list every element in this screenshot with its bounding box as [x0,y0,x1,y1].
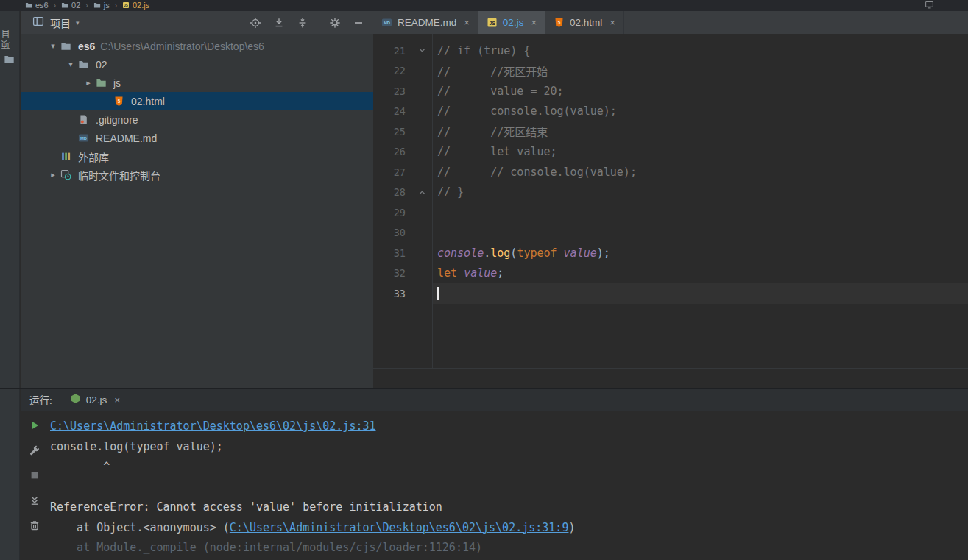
console-text: ^ [50,460,110,473]
fold-end-icon[interactable] [406,188,432,197]
code-token: // value = 20; [437,85,564,98]
code-line-21[interactable]: 21// if (true) { [373,40,968,61]
code-line-30[interactable]: 30 [373,223,968,244]
tree-item-02[interactable]: ▾02 [21,55,373,74]
close-icon[interactable]: × [114,394,120,405]
console-line: ReferenceError: Cannot access 'value' be… [50,497,968,518]
tree-item-label: 02 [96,59,107,71]
chevron-down-icon[interactable]: ▾ [76,19,80,26]
tree-item-label: 02.html [131,96,165,107]
fold-start-icon[interactable] [406,46,432,55]
md-icon: MD [78,132,91,143]
code-line-25[interactable]: 25// //死区结束 [373,121,968,142]
tool-window-stripe: 项目 [0,11,20,560]
tree-item-02-html[interactable]: 502.html [21,92,373,110]
chevron-right-icon[interactable]: ▸ [81,78,96,88]
console-text: at Object.<anonymous> ( [50,521,230,534]
run-label: 运行: [29,392,52,407]
breadcrumb-label: js [104,1,110,10]
code-line-29[interactable]: 29 [373,202,968,223]
tree-item-label: es6 [78,40,95,52]
chevron-down-icon[interactable]: ▾ [63,60,78,69]
console-output[interactable]: C:\Users\Administrator\Desktop\es6\02\js… [50,417,968,560]
code-line-22[interactable]: 22// //死区开始 [373,61,968,82]
run-panel: 运行: 02.js × C:\Users\Administrator\Deskt… [21,389,968,560]
scroll-from-source-icon[interactable] [273,17,285,29]
code-text: // } [432,182,968,203]
code-line-32[interactable]: 32let value; [373,263,968,284]
run-tab[interactable]: 02.js × [70,393,120,406]
collapse-all-icon[interactable] [297,17,308,29]
console-text: ReferenceError: Cannot access 'value' be… [50,500,442,514]
line-number: 26 [373,146,406,157]
code-token: value [564,247,597,260]
editor-tabs: MDREADME.md×JS02.js×502.html× [373,11,968,34]
rerun-icon[interactable] [29,419,40,431]
code-line-26[interactable]: 26// let value; [373,142,968,163]
code-line-23[interactable]: 23// value = 20; [373,81,968,102]
tree-item-gitignore[interactable]: .gitignore [21,110,373,129]
breadcrumb-item-02-js[interactable]: JS02.js [122,1,149,10]
code-text: console.log(typeof value); [432,243,968,263]
project-view-icon [32,15,44,30]
code-area[interactable]: 21// if (true) {22// //死区开始23// value = … [373,40,968,304]
close-icon[interactable]: × [531,17,537,28]
scroll-to-end-icon[interactable] [29,495,40,506]
tab-02-js[interactable]: JS02.js× [478,11,545,34]
clear-icon[interactable] [29,520,40,531]
line-number: 25 [373,126,406,138]
tab-02-html[interactable]: 502.html× [545,11,624,34]
code-line-28[interactable]: 28// } [373,182,968,203]
tree-item-外部库[interactable]: 外部库 [21,147,373,166]
code-token: console [437,247,484,260]
code-token: typeof [517,247,563,260]
console-line: C:\Users\Administrator\Desktop\es6\02\js… [50,417,968,437]
svg-text:MD: MD [80,136,87,141]
close-icon[interactable]: × [610,17,615,28]
locate-icon[interactable] [250,17,261,29]
text-cursor [437,287,439,300]
code-line-24[interactable]: 24// console.log(value); [373,102,968,122]
line-number: 32 [373,267,406,279]
hide-icon[interactable] [353,17,364,29]
close-icon[interactable]: × [464,17,470,28]
console-text: console.log(typeof value); [50,440,223,453]
tab-readme-md[interactable]: MDREADME.md× [373,11,478,34]
monitor-icon[interactable] [925,0,934,11]
chevron-right-icon[interactable]: ▸ [46,170,60,180]
folder-icon[interactable] [4,54,15,68]
tree-item-path: C:\Users\Administrator\Desktop\es6 [100,40,264,52]
code-token: // } [437,185,464,199]
run-header: 运行: 02.js × [21,389,968,411]
code-text: // value = 20; [432,81,968,102]
chevron-down-icon[interactable]: ▾ [46,41,60,51]
code-line-27[interactable]: 27// // console.log(value); [373,162,968,182]
tree-item-es6[interactable]: ▾es6C:\Users\Administrator\Desktop\es6 [21,37,373,55]
breadcrumb-item-es6[interactable]: es6 [25,1,49,10]
svg-text:JS: JS [124,4,128,7]
tab-label: 02.js [503,17,524,28]
tree-item-label: 临时文件和控制台 [78,168,160,182]
tab-label: 02.html [570,17,602,28]
breadcrumb-item-02[interactable]: 02 [61,1,80,10]
code-token: // //死区结束 [437,124,548,139]
console-file-link[interactable]: C:\Users\Administrator\Desktop\es6\02\js… [50,419,376,433]
breadcrumb-item-js[interactable]: js [93,1,110,10]
build-settings-icon[interactable] [29,444,40,456]
tab-label: README.md [398,17,456,28]
tree-item-readme-md[interactable]: MDREADME.md [21,129,373,147]
code-line-31[interactable]: 31console.log(typeof value); [373,243,968,263]
tree-item-临时文件和控制台[interactable]: ▸临时文件和控制台 [21,166,373,184]
folder-icon [93,1,101,9]
console-file-link[interactable]: C:\Users\Administrator\Desktop\es6\02\js… [230,521,569,534]
lib-icon [60,151,73,162]
editor[interactable]: 21// if (true) {22// //死区开始23// value = … [373,34,968,369]
console-line: ^ [50,457,968,478]
settings-icon[interactable] [329,17,341,29]
stop-icon[interactable] [29,469,40,481]
stripe-project-button[interactable]: 项目 [0,29,19,49]
project-title[interactable]: 项目 [50,15,71,30]
line-number: 24 [373,105,406,117]
code-line-33[interactable]: 33 [373,283,968,304]
tree-item-js[interactable]: ▸js [21,74,373,92]
